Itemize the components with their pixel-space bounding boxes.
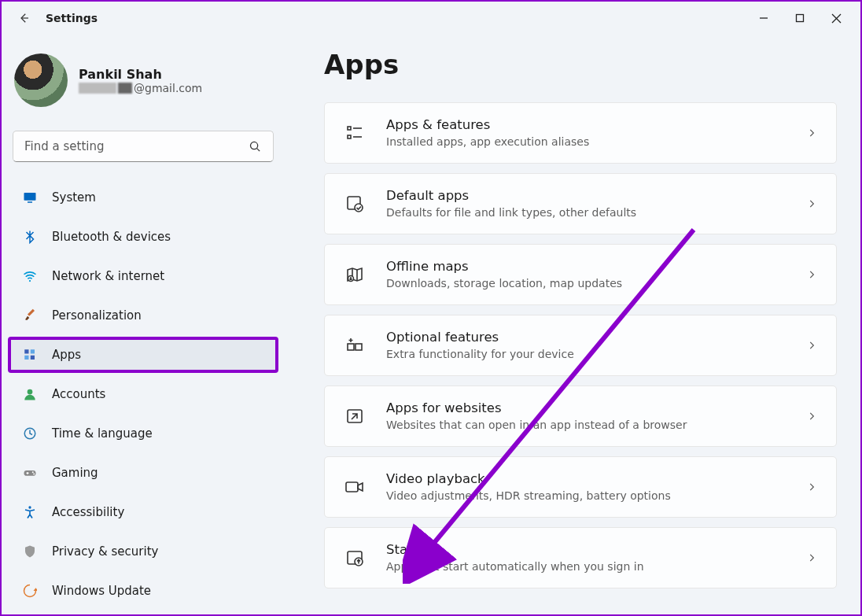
clock-globe-icon [22, 426, 38, 441]
card-subtitle: Apps that start automatically when you s… [386, 559, 806, 574]
profile-block[interactable]: Pankil Shah @gmail.com [9, 41, 277, 123]
sidebar-item-label: Personalization [52, 308, 142, 323]
sidebar-item-label: Accessibility [52, 505, 124, 519]
card-title: Video playback [386, 470, 806, 488]
accessibility-icon [22, 504, 38, 520]
sidebar-item-system[interactable]: System [9, 181, 277, 214]
svg-rect-9 [24, 349, 28, 353]
svg-point-13 [28, 389, 33, 395]
chevron-right-icon [806, 481, 817, 492]
window-title: Settings [46, 12, 98, 24]
sidebar-item-apps[interactable]: Apps [9, 338, 277, 371]
titlebar: Settings [2, 2, 860, 35]
sidebar-item-privacy-security[interactable]: Privacy & security [9, 535, 277, 568]
sidebar-item-network-internet[interactable]: Network & internet [9, 260, 277, 293]
card-subtitle: Video adjustments, HDR streaming, batter… [386, 489, 806, 503]
update-icon [22, 583, 38, 599]
sidebar-item-windows-update[interactable]: Windows Update [9, 574, 277, 607]
svg-rect-26 [348, 344, 354, 350]
svg-rect-15 [24, 470, 36, 476]
svg-rect-1 [797, 15, 804, 22]
chevron-right-icon [806, 552, 817, 563]
sidebar-item-personalization[interactable]: Personalization [9, 299, 277, 332]
sidebar-item-label: Windows Update [52, 584, 151, 598]
optional-icon [344, 334, 366, 356]
svg-point-18 [28, 506, 31, 508]
close-button[interactable] [818, 2, 854, 34]
search-box[interactable] [13, 131, 274, 162]
sidebar-item-time-language[interactable]: Time & language [9, 417, 277, 450]
sidebar-item-label: Privacy & security [52, 544, 158, 559]
brush-icon [22, 308, 38, 323]
svg-rect-10 [31, 349, 35, 353]
svg-line-5 [257, 148, 260, 151]
page-title: Apps [324, 49, 837, 80]
svg-rect-19 [348, 127, 351, 130]
card-subtitle: Websites that can open in an app instead… [386, 418, 806, 433]
svg-rect-20 [348, 135, 351, 138]
back-button[interactable] [8, 2, 39, 34]
sidebar-item-accounts[interactable]: Accounts [9, 378, 277, 411]
sidebar: Pankil Shah @gmail.com SystemBluetooth &… [2, 35, 285, 614]
chevron-right-icon [806, 198, 817, 209]
card-title: Optional features [386, 329, 806, 346]
svg-rect-27 [355, 344, 362, 350]
search-icon [249, 140, 262, 153]
sidebar-item-label: Time & language [52, 426, 153, 441]
svg-rect-7 [28, 201, 32, 203]
wifi-icon [22, 268, 38, 284]
list-icon [344, 122, 366, 144]
gamepad-icon [22, 465, 38, 481]
monitor-icon [22, 190, 38, 205]
card-default-apps[interactable]: Default appsDefaults for file and link t… [324, 173, 837, 234]
sidebar-nav: SystemBluetooth & devicesNetwork & inter… [9, 178, 277, 610]
card-optional-features[interactable]: Optional featuresExtra functionality for… [324, 315, 837, 376]
card-video-playback[interactable]: Video playbackVideo adjustments, HDR str… [324, 456, 837, 518]
main-content: Apps Apps & featuresInstalled apps, app … [285, 35, 860, 614]
minimize-button[interactable] [746, 2, 782, 34]
shield-icon [22, 544, 38, 559]
startup-icon [344, 547, 366, 569]
card-title: Apps & features [386, 116, 806, 134]
search-input[interactable] [24, 139, 249, 153]
sidebar-item-label: System [52, 190, 96, 205]
window-controls [746, 2, 854, 34]
card-title: Apps for websites [386, 400, 806, 417]
svg-point-16 [32, 471, 34, 473]
bluetooth-icon [22, 229, 38, 245]
sidebar-item-label: Accounts [52, 387, 105, 401]
minimize-icon [759, 13, 768, 23]
sidebar-item-gaming[interactable]: Gaming [9, 456, 277, 489]
sidebar-item-label: Network & internet [52, 269, 164, 283]
card-apps-features[interactable]: Apps & featuresInstalled apps, app execu… [324, 102, 837, 164]
video-icon [344, 476, 366, 498]
card-offline-maps[interactable]: Offline mapsDownloads, storage location,… [324, 244, 837, 305]
maximize-icon [795, 13, 805, 23]
sidebar-item-accessibility[interactable]: Accessibility [9, 496, 277, 529]
avatar [14, 53, 68, 107]
card-apps-for-websites[interactable]: Apps for websitesWebsites that can open … [324, 385, 837, 447]
map-icon [344, 264, 366, 286]
back-arrow-icon [17, 11, 31, 25]
svg-point-8 [29, 280, 31, 282]
maximize-button[interactable] [782, 2, 818, 34]
sidebar-item-bluetooth-devices[interactable]: Bluetooth & devices [9, 220, 277, 253]
svg-rect-11 [24, 356, 28, 360]
svg-point-17 [33, 474, 35, 475]
card-title: Offline maps [386, 258, 806, 275]
card-subtitle: Installed apps, app execution aliases [386, 135, 806, 149]
close-icon [831, 13, 842, 24]
chevron-right-icon [806, 340, 817, 351]
card-title: Default apps [386, 187, 806, 205]
card-title: Startup [386, 541, 806, 559]
card-subtitle: Defaults for file and link types, other … [386, 205, 806, 220]
svg-rect-6 [24, 193, 36, 201]
apps-icon [22, 347, 38, 363]
sidebar-item-label: Gaming [52, 466, 98, 480]
chevron-right-icon [806, 411, 817, 422]
svg-point-4 [250, 142, 257, 149]
card-startup[interactable]: StartupApps that start automatically whe… [324, 527, 837, 588]
sidebar-item-label: Apps [52, 348, 81, 362]
svg-rect-12 [31, 356, 35, 360]
card-subtitle: Extra functionality for your device [386, 347, 806, 362]
